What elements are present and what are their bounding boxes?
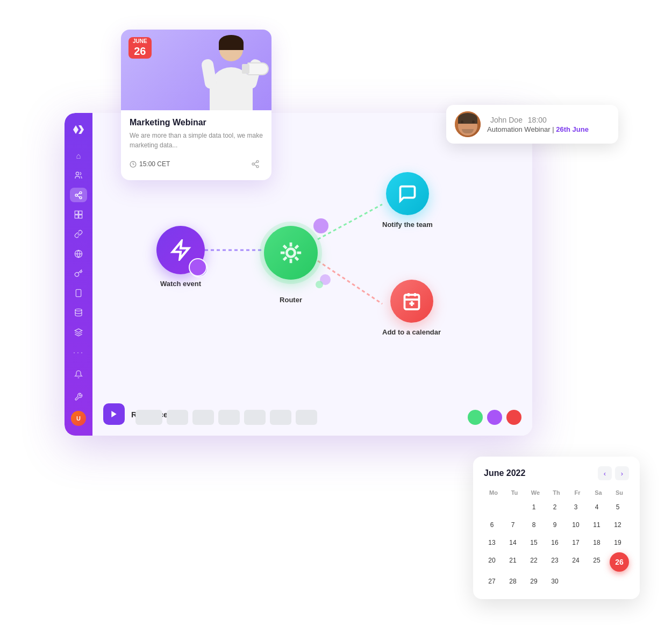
watch-event-node[interactable]: Watch event xyxy=(156,226,205,288)
cal-day-3[interactable]: 3 xyxy=(568,499,584,515)
sidebar-item-automation[interactable] xyxy=(70,188,87,202)
cal-day-7[interactable]: 7 xyxy=(505,517,521,533)
toolbar-item-4[interactable] xyxy=(244,410,266,425)
webinar-card-body: Marketing Webinar We are more than a sim… xyxy=(121,110,271,180)
sidebar-item-links[interactable] xyxy=(70,227,87,241)
cal-day-8[interactable]: 8 xyxy=(526,517,542,533)
svg-line-24 xyxy=(295,257,298,260)
sidebar-item-settings[interactable] xyxy=(70,388,87,406)
svg-point-38 xyxy=(252,163,254,165)
flow-diagram: Watch event xyxy=(124,156,501,382)
svg-rect-8 xyxy=(75,215,78,218)
webinar-title: Marketing Webinar xyxy=(130,118,263,127)
cal-day-11[interactable]: 11 xyxy=(589,517,605,533)
calendar-month-year: June 2022 xyxy=(484,468,525,478)
cal-day-18[interactable]: 18 xyxy=(589,535,605,551)
sidebar-item-globe[interactable] xyxy=(70,247,87,261)
toolbar-item-5[interactable] xyxy=(270,410,291,425)
sidebar-item-mobile[interactable] xyxy=(70,286,87,300)
cal-day-23[interactable]: 23 xyxy=(547,552,563,568)
toolbar-toggle[interactable] xyxy=(135,410,162,425)
cal-header-sa: Sa xyxy=(589,488,608,497)
notification-avatar xyxy=(455,111,481,137)
user-avatar[interactable]: U xyxy=(71,411,86,426)
cal-day-9[interactable]: 9 xyxy=(547,517,563,533)
calendar-node[interactable]: Add to a calendar xyxy=(382,280,441,336)
cal-day-29[interactable]: 29 xyxy=(526,573,542,589)
cal-day-empty xyxy=(568,573,584,589)
cal-day-5[interactable]: 5 xyxy=(610,499,626,515)
notify-node[interactable]: Notify the team xyxy=(382,172,433,229)
cal-day-19[interactable]: 19 xyxy=(610,535,626,551)
cal-day-empty xyxy=(505,499,521,515)
sidebar-item-apps[interactable] xyxy=(70,208,87,222)
cal-day-22[interactable]: 22 xyxy=(526,552,542,568)
calendar-widget: June 2022 ‹ › Mo Tu We Th Fr Sa Su 1 2 3… xyxy=(473,457,640,599)
cal-day-2[interactable]: 2 xyxy=(547,499,563,515)
notification-user-name: John Doe 18:00 xyxy=(487,116,589,124)
clock-icon xyxy=(130,161,137,168)
toolbar-item-3[interactable] xyxy=(218,410,240,425)
cal-day-14[interactable]: 14 xyxy=(505,535,521,551)
cal-day-16[interactable]: 16 xyxy=(547,535,563,551)
toolbar-item-2[interactable] xyxy=(192,410,214,425)
toolbar-item-6[interactable] xyxy=(296,410,317,425)
color-green-dot[interactable] xyxy=(468,410,483,425)
webinar-date-badge: JUNE 26 xyxy=(128,37,152,59)
cal-day-empty xyxy=(484,499,500,515)
run-once-button[interactable] xyxy=(103,403,125,425)
calendar-header: June 2022 ‹ › xyxy=(484,466,629,480)
svg-line-23 xyxy=(283,245,286,248)
share-button[interactable] xyxy=(248,156,263,172)
sidebar-item-packages[interactable] xyxy=(70,325,87,339)
calendar-prev-button[interactable]: ‹ xyxy=(598,466,612,480)
cal-day-10[interactable]: 10 xyxy=(568,517,584,533)
cal-day-26-today[interactable]: 26 xyxy=(610,552,629,572)
svg-point-37 xyxy=(256,160,259,162)
cal-header-mo: Mo xyxy=(484,488,503,497)
sidebar-item-notifications[interactable] xyxy=(70,366,87,383)
cal-day-24[interactable]: 24 xyxy=(568,552,584,568)
svg-point-20 xyxy=(287,248,295,257)
notification-content: John Doe 18:00 Automation Webinar | 26th… xyxy=(487,116,589,133)
app-logo xyxy=(70,123,87,137)
svg-point-3 xyxy=(80,196,82,198)
toolbar-item-1[interactable] xyxy=(167,410,188,425)
svg-rect-7 xyxy=(79,211,82,214)
cal-day-21[interactable]: 21 xyxy=(505,552,521,568)
cal-day-empty xyxy=(589,573,605,589)
calendar-next-button[interactable]: › xyxy=(615,466,629,480)
cal-day-4[interactable]: 4 xyxy=(589,499,605,515)
webinar-time: 15:00 CET xyxy=(130,160,170,168)
sidebar-item-keys[interactable] xyxy=(70,266,87,280)
svg-rect-6 xyxy=(75,211,78,214)
cal-day-30[interactable]: 30 xyxy=(547,573,563,589)
calendar-grid: Mo Tu We Th Fr Sa Su 1 2 3 4 5 6 7 8 9 1… xyxy=(484,488,629,589)
sidebar-item-database[interactable] xyxy=(70,305,87,319)
svg-line-5 xyxy=(77,193,80,195)
cal-header-tu: Tu xyxy=(505,488,524,497)
cal-day-1[interactable]: 1 xyxy=(526,499,542,515)
watch-event-label: Watch event xyxy=(160,280,201,288)
webinar-card: JUNE 26 Marketing Webinar We ar xyxy=(121,30,271,180)
cal-day-25[interactable]: 25 xyxy=(589,552,605,568)
cal-day-13[interactable]: 13 xyxy=(484,535,500,551)
bottom-toolbar xyxy=(135,410,521,425)
cal-day-17[interactable]: 17 xyxy=(568,535,584,551)
cal-header-th: Th xyxy=(547,488,566,497)
webinar-description: We are more than a simple data tool, we … xyxy=(130,131,263,150)
color-purple-dot[interactable] xyxy=(487,410,502,425)
cal-day-20[interactable]: 20 xyxy=(484,552,500,568)
color-red-dot[interactable] xyxy=(506,410,521,425)
cal-day-6[interactable]: 6 xyxy=(484,517,500,533)
cal-day-28[interactable]: 28 xyxy=(505,573,521,589)
cal-day-15[interactable]: 15 xyxy=(526,535,542,551)
sidebar-item-users[interactable] xyxy=(70,168,87,182)
svg-line-41 xyxy=(254,162,257,163)
svg-line-28 xyxy=(295,245,298,248)
cal-day-12[interactable]: 12 xyxy=(610,517,626,533)
sidebar-item-home[interactable]: ⌂ xyxy=(70,148,87,162)
cal-day-27[interactable]: 27 xyxy=(484,573,500,589)
sidebar: ⌂ xyxy=(65,113,92,436)
router-node[interactable]: Router xyxy=(264,226,318,304)
